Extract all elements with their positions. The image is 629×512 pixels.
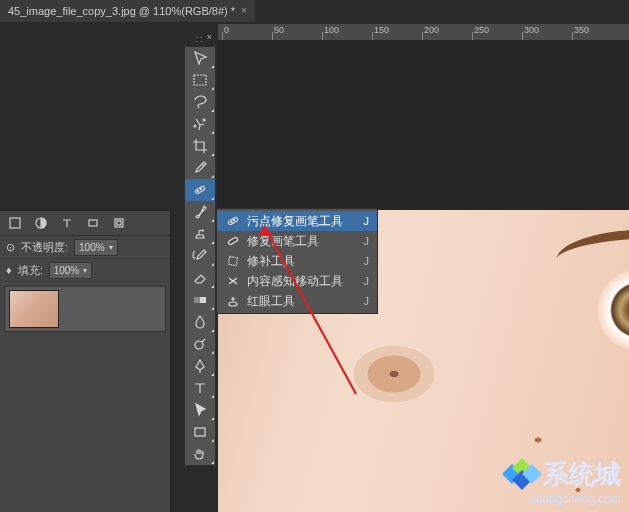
svg-point-11 xyxy=(231,221,232,222)
patch-icon xyxy=(225,253,241,269)
panel-tab-icons xyxy=(0,211,170,236)
gradient-tool[interactable] xyxy=(185,289,215,311)
canvas-empty-area xyxy=(218,40,629,210)
svg-point-5 xyxy=(200,188,201,189)
close-icon[interactable]: × xyxy=(241,0,247,22)
annotation-arrow xyxy=(252,218,372,408)
watermark: 系统城 xitongcheng.com xyxy=(505,457,621,506)
toolbox xyxy=(184,46,216,466)
move-tool[interactable] xyxy=(185,47,215,69)
svg-rect-22 xyxy=(117,221,121,225)
collapse-icon[interactable]: × xyxy=(207,32,212,42)
path-selection-tool[interactable] xyxy=(185,399,215,421)
fill-label: 填充: xyxy=(18,263,43,278)
blur-tool[interactable] xyxy=(185,311,215,333)
spot-healing-brush-tool[interactable] xyxy=(185,179,215,201)
svg-rect-7 xyxy=(194,297,200,303)
chevron-down-icon: ▾ xyxy=(109,243,113,252)
history-brush-tool[interactable] xyxy=(185,245,215,267)
hand-tool[interactable] xyxy=(185,443,215,465)
lasso-tool[interactable] xyxy=(185,91,215,113)
horizontal-type-tool[interactable] xyxy=(185,377,215,399)
svg-rect-14 xyxy=(228,256,237,265)
adjustment-filter-icon[interactable] xyxy=(30,214,52,232)
grip-icon: ∷ xyxy=(196,34,200,45)
svg-point-1 xyxy=(203,119,205,121)
watermark-logo-icon xyxy=(505,461,539,489)
svg-rect-3 xyxy=(195,186,206,194)
watermark-url: xitongcheng.com xyxy=(530,492,621,506)
pixel-filter-icon[interactable] xyxy=(4,214,26,232)
svg-point-4 xyxy=(197,190,198,191)
eyedropper-tool[interactable] xyxy=(185,157,215,179)
chevron-down-icon: ▾ xyxy=(83,266,87,275)
svg-point-12 xyxy=(233,219,234,220)
shape-filter-icon[interactable] xyxy=(82,214,104,232)
svg-point-2 xyxy=(194,125,196,127)
svg-line-16 xyxy=(264,226,356,394)
svg-rect-20 xyxy=(89,220,97,226)
document-tab[interactable]: 45_image_file_copy_3.jpg @ 110%(RGB/8#) … xyxy=(0,0,255,22)
pen-tool[interactable] xyxy=(185,355,215,377)
arrows-cross-icon xyxy=(225,273,241,289)
layers-panel: ⊙ 不透明度: 100%▾ ♦ 填充: 100%▾ xyxy=(0,210,171,512)
svg-rect-0 xyxy=(194,75,206,85)
clone-stamp-tool[interactable] xyxy=(185,223,215,245)
eye-icon[interactable]: ⊙ xyxy=(6,241,15,254)
layer-thumbnail xyxy=(9,290,59,328)
watermark-title: 系统城 xyxy=(543,457,621,492)
dodge-tool[interactable] xyxy=(185,333,215,355)
horizontal-ruler: 0 50 100 150 200 250 300 350 xyxy=(218,24,629,41)
opacity-label: 不透明度: xyxy=(21,240,68,255)
fill-value-dropdown[interactable]: 100%▾ xyxy=(49,262,93,279)
brush-tool[interactable] xyxy=(185,201,215,223)
rectangle-tool[interactable] xyxy=(185,421,215,443)
smart-filter-icon[interactable] xyxy=(108,214,130,232)
svg-rect-10 xyxy=(228,217,239,225)
svg-rect-9 xyxy=(195,428,205,436)
lock-icon[interactable]: ♦ xyxy=(6,264,12,276)
svg-point-8 xyxy=(195,341,203,349)
svg-rect-18 xyxy=(10,218,20,228)
plus-eye-icon xyxy=(225,293,241,309)
svg-point-15 xyxy=(229,302,237,306)
bandage-dots-icon xyxy=(225,213,241,229)
crop-tool[interactable] xyxy=(185,135,215,157)
panel-grip[interactable]: ∷ × xyxy=(186,34,210,44)
svg-rect-21 xyxy=(115,219,123,227)
rectangular-marquee-tool[interactable] xyxy=(185,69,215,91)
layer-row[interactable] xyxy=(4,286,166,332)
image-detail-eyebrow xyxy=(555,225,629,264)
type-filter-icon[interactable] xyxy=(56,214,78,232)
document-tab-title: 45_image_file_copy_3.jpg @ 110%(RGB/8#) … xyxy=(8,0,235,22)
quick-selection-tool[interactable] xyxy=(185,113,215,135)
opacity-value-dropdown[interactable]: 100%▾ xyxy=(74,239,118,256)
svg-rect-13 xyxy=(228,237,239,245)
eraser-tool[interactable] xyxy=(185,267,215,289)
bandage-icon xyxy=(225,233,241,249)
